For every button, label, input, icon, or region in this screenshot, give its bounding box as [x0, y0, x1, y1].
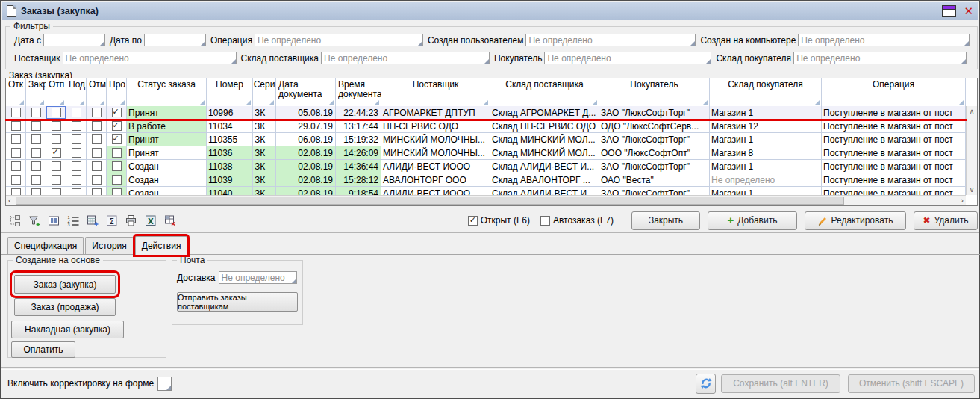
table-row[interactable]: Создан11039ЗК02.08.1915:28:12АВАЛОНТОРГ … [6, 173, 966, 187]
row-checkbox-c1[interactable] [11, 148, 21, 158]
tab-history[interactable]: История [85, 237, 134, 254]
h-scroll-thumb[interactable] [16, 197, 844, 205]
row-checkbox-c5[interactable] [92, 188, 102, 195]
row-checkbox-c2[interactable] [31, 161, 41, 171]
numbered-list-icon[interactable]: 123 [63, 211, 83, 229]
header-cell-series[interactable]: Сери [253, 78, 276, 106]
row-checkbox-c1[interactable] [11, 134, 21, 144]
table-row[interactable]: Создан11040ЗК02.08.199:18:54АЛИДИ-ВЕСТ И… [6, 187, 966, 195]
row-checkbox-c4[interactable] [72, 175, 81, 185]
open-filter-checkbox[interactable] [468, 216, 478, 226]
table-row[interactable]: В работе11034ЗК29.07.1913:17:44НП-СЕРВИС… [6, 120, 966, 133]
header-cell-c6[interactable]: Про [107, 78, 127, 106]
row-checkbox-c1[interactable] [11, 121, 21, 131]
row-checkbox-c1[interactable] [11, 161, 21, 171]
row-checkbox-c5[interactable] [92, 161, 102, 171]
header-cell-buyer[interactable]: Покупатель [599, 78, 710, 106]
close-window-button[interactable]: ✕ [964, 6, 973, 16]
excel-export-icon[interactable]: X [141, 211, 160, 229]
row-checkbox-c3[interactable] [52, 175, 61, 185]
table-row[interactable]: Создан11038ЗК02.08.1914:36:44АЛИДИ-ВЕСТ … [6, 160, 966, 173]
delivery-input[interactable]: Не определено [219, 271, 297, 284]
calc-add-icon[interactable] [83, 211, 102, 229]
scroll-right-button[interactable]: › [961, 196, 964, 205]
row-checkbox-c5[interactable] [92, 134, 102, 144]
row-checkbox-c6[interactable] [112, 134, 122, 144]
filter-input-buyer-warehouse[interactable]: Не определено [793, 52, 967, 64]
autoorder-checkbox[interactable] [540, 216, 550, 226]
row-checkbox-c3[interactable] [52, 121, 61, 131]
header-cell-supplier[interactable]: Поставщик [381, 78, 490, 106]
row-checkbox-c5[interactable] [92, 175, 102, 185]
row-checkbox-c3[interactable] [52, 148, 61, 158]
sum-icon[interactable]: Σ [102, 211, 122, 229]
save-button[interactable]: Сохранить (alt ENTER) [721, 374, 840, 393]
columns-icon[interactable] [44, 211, 63, 229]
filter-input-date-from[interactable] [43, 34, 105, 46]
row-checkbox-c6[interactable] [112, 188, 122, 195]
row-checkbox-c6[interactable] [112, 148, 122, 158]
clear-table-icon[interactable] [160, 211, 180, 229]
header-cell-time[interactable]: Времядокумента [336, 78, 381, 106]
scroll-up-button[interactable]: ∧ [967, 108, 977, 115]
row-checkbox-c4[interactable] [72, 108, 81, 117]
row-checkbox-c4[interactable] [72, 188, 81, 195]
scroll-down-button[interactable]: ∨ [967, 186, 977, 194]
create-invoice-purchase-button[interactable]: Накладная (закупка) [11, 321, 124, 338]
send-orders-button[interactable]: Отправить заказы поставщикам [177, 292, 298, 312]
filter-input-supplier[interactable]: Не определено [63, 52, 237, 64]
row-checkbox-c5[interactable] [92, 121, 102, 131]
header-cell-status[interactable]: Статус заказа [127, 78, 207, 106]
correction-checkbox[interactable] [157, 377, 172, 391]
header-cell-c3[interactable]: Отп [46, 78, 66, 106]
header-cell-supplier_wh[interactable]: Склад поставщика [490, 78, 599, 106]
header-cell-date[interactable]: Датадокумента [276, 78, 336, 106]
tab-specification[interactable]: Спецификация [7, 237, 84, 254]
scroll-left-button[interactable]: ‹ [8, 196, 11, 205]
filter-input-supplier-warehouse[interactable]: Не определено [321, 52, 490, 64]
row-checkbox-c2[interactable] [31, 175, 41, 185]
row-checkbox-c2[interactable] [31, 134, 41, 144]
row-checkbox-c3[interactable] [52, 108, 61, 117]
filter-add-icon[interactable] [25, 211, 44, 229]
row-checkbox-c2[interactable] [31, 188, 41, 195]
header-cell-c2[interactable]: Закр [26, 78, 46, 106]
row-checkbox-c6[interactable] [112, 121, 122, 131]
create-order-sale-button[interactable]: Заказ (продажа) [14, 298, 116, 316]
filter-input-buyer[interactable]: Не определено [544, 52, 711, 64]
header-cell-c1[interactable]: Отк [6, 78, 26, 106]
row-checkbox-c1[interactable] [11, 188, 21, 195]
vertical-scrollbar[interactable]: ∧ ∨ [966, 106, 977, 195]
row-checkbox-c2[interactable] [31, 148, 41, 158]
close-orders-button[interactable]: Закрыть [631, 211, 700, 230]
create-order-purchase-button[interactable]: Заказ (закупка) [14, 275, 116, 294]
table-row[interactable]: Принят110355ЗК06.08.1915:19:32МИНСКИЙ МО… [6, 133, 966, 146]
row-checkbox-c2[interactable] [31, 121, 41, 131]
header-cell-c4[interactable]: Под [66, 78, 87, 106]
row-checkbox-c4[interactable] [72, 148, 81, 158]
row-checkbox-c3[interactable] [52, 188, 61, 195]
row-checkbox-c5[interactable] [92, 148, 102, 158]
row-checkbox-c1[interactable] [11, 108, 21, 117]
header-cell-number[interactable]: Номер [207, 78, 253, 106]
row-checkbox-c3[interactable] [52, 161, 61, 171]
print-icon[interactable] [122, 211, 141, 229]
table-row[interactable]: Принят10996ЗК05.08.1922:44:23АГРОМАРКЕТ … [6, 106, 966, 120]
row-checkbox-c4[interactable] [72, 161, 81, 171]
row-checkbox-c6[interactable] [112, 175, 122, 185]
delete-button[interactable]: ✖Удалить [914, 211, 978, 230]
filter-input-created-by-user[interactable]: Не определено [525, 34, 696, 46]
header-cell-c5[interactable]: Отм [87, 78, 107, 106]
row-checkbox-c6[interactable] [112, 161, 122, 171]
table-row[interactable]: Принят11036ЗК02.08.1914:26:09МИНСКИЙ МОЛ… [6, 146, 966, 160]
edit-button[interactable]: Редактировать [805, 211, 906, 230]
add-button[interactable]: +Добавить [708, 211, 797, 230]
row-checkbox-c4[interactable] [72, 134, 81, 144]
row-checkbox-c4[interactable] [72, 121, 81, 131]
pay-button[interactable]: Оплатить [11, 341, 75, 358]
row-checkbox-c5[interactable] [92, 108, 102, 117]
row-checkbox-c2[interactable] [31, 108, 41, 117]
row-checkbox-c6[interactable] [112, 108, 122, 117]
filter-input-date-to[interactable] [144, 34, 206, 46]
tab-actions[interactable]: Действия [135, 236, 188, 255]
